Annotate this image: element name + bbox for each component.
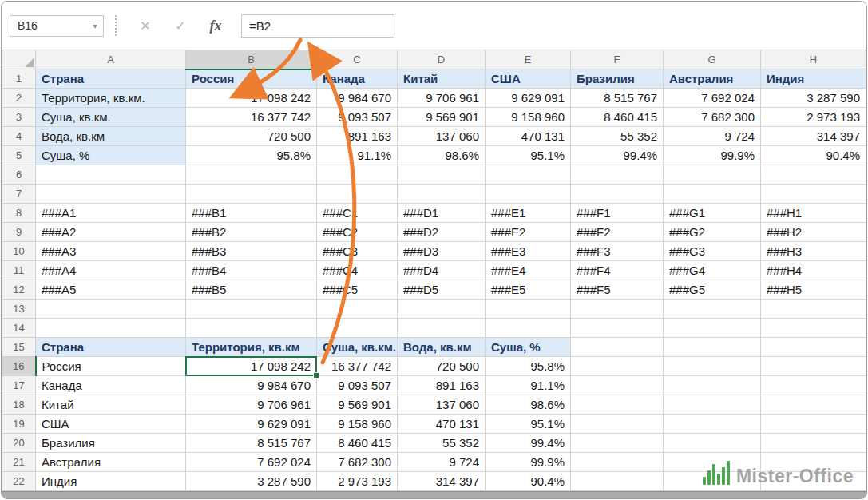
- cell-E11[interactable]: ###E4: [486, 261, 571, 280]
- cell-B4[interactable]: 720 500: [186, 127, 317, 146]
- cell-C17[interactable]: 9 093 507: [317, 376, 398, 395]
- cell-H5[interactable]: 90.4%: [761, 146, 866, 165]
- cell-D2[interactable]: 9 706 961: [398, 89, 486, 108]
- column-header-A[interactable]: A: [36, 50, 186, 69]
- cell-C12[interactable]: ###C5: [317, 280, 398, 300]
- cell-A10[interactable]: ###A3: [36, 242, 186, 261]
- row-header-4[interactable]: 4: [2, 127, 36, 146]
- cell-F10[interactable]: ###F3: [571, 242, 664, 261]
- cell-G13[interactable]: [664, 300, 761, 319]
- formula-enter-icon[interactable]: ✓: [163, 18, 198, 34]
- cell-D1[interactable]: Китай: [398, 69, 486, 89]
- row-header-22[interactable]: 22: [2, 472, 36, 491]
- cell-A12[interactable]: ###A5: [36, 280, 186, 300]
- cell-F12[interactable]: ###F5: [571, 280, 664, 300]
- cell-H17[interactable]: [761, 376, 866, 395]
- cell-D4[interactable]: 137 060: [398, 127, 486, 146]
- cell-D8[interactable]: ###D1: [398, 204, 486, 223]
- cell-F19[interactable]: [571, 415, 664, 434]
- row-header-17[interactable]: 17: [2, 376, 36, 395]
- cell-G4[interactable]: 9 724: [664, 127, 761, 146]
- cell-B6[interactable]: [186, 165, 317, 185]
- row-header-13[interactable]: 13: [2, 300, 36, 319]
- cell-E2[interactable]: 9 629 091: [486, 89, 571, 108]
- cell-H20[interactable]: [761, 434, 866, 453]
- column-header-F[interactable]: F: [571, 50, 664, 69]
- cell-B17[interactable]: 9 984 670: [186, 376, 317, 395]
- cell-A19[interactable]: США: [36, 415, 186, 434]
- cell-C22[interactable]: 2 973 193: [317, 472, 398, 491]
- cell-F22[interactable]: [571, 472, 664, 491]
- cell-A6[interactable]: [36, 165, 186, 185]
- cell-G12[interactable]: ###G5: [664, 280, 761, 300]
- cell-G20[interactable]: [664, 434, 761, 453]
- cell-F2[interactable]: 8 515 767: [571, 89, 664, 108]
- row-header-12[interactable]: 12: [2, 280, 36, 300]
- cell-D6[interactable]: [398, 165, 486, 185]
- cell-D5[interactable]: 98.6%: [398, 146, 486, 165]
- cell-B22[interactable]: 3 287 590: [186, 472, 317, 491]
- cell-E4[interactable]: 470 131: [486, 127, 571, 146]
- cell-A2[interactable]: Территория, кв.км.: [36, 89, 186, 108]
- cell-G16[interactable]: [664, 357, 761, 376]
- cell-A14[interactable]: [36, 319, 186, 338]
- cell-F6[interactable]: [571, 165, 664, 185]
- cell-B5[interactable]: 95.8%: [186, 146, 317, 165]
- cell-H12[interactable]: ###H5: [761, 280, 866, 300]
- cell-E16[interactable]: 95.8%: [486, 357, 571, 376]
- cell-H14[interactable]: [761, 319, 866, 338]
- row-header-15[interactable]: 15: [2, 338, 36, 357]
- cell-A8[interactable]: ###A1: [36, 204, 186, 223]
- cell-B20[interactable]: 8 515 767: [186, 434, 317, 453]
- cell-B21[interactable]: 7 692 024: [186, 453, 317, 472]
- cell-A22[interactable]: Индия: [36, 472, 186, 491]
- cell-F3[interactable]: 8 460 415: [571, 108, 664, 127]
- cell-G5[interactable]: 99.9%: [664, 146, 761, 165]
- cell-H11[interactable]: ###H4: [761, 261, 866, 280]
- row-header-20[interactable]: 20: [2, 434, 36, 453]
- cell-C7[interactable]: [317, 185, 398, 204]
- cell-F1[interactable]: Бразилия: [571, 69, 664, 89]
- cell-D9[interactable]: ###D2: [398, 223, 486, 242]
- cell-H9[interactable]: ###H2: [761, 223, 866, 242]
- cell-B9[interactable]: ###B2: [186, 223, 317, 242]
- cell-C4[interactable]: 891 163: [317, 127, 398, 146]
- cell-E15[interactable]: Суша, %: [486, 338, 571, 357]
- cell-D3[interactable]: 9 569 901: [398, 108, 486, 127]
- cell-H3[interactable]: 2 973 193: [761, 108, 866, 127]
- cell-D17[interactable]: 891 163: [398, 376, 486, 395]
- row-header-1[interactable]: 1: [2, 69, 36, 89]
- cell-D19[interactable]: 470 131: [398, 415, 486, 434]
- cell-H13[interactable]: [761, 300, 866, 319]
- cell-H8[interactable]: ###H1: [761, 204, 866, 223]
- cell-G8[interactable]: ###G1: [664, 204, 761, 223]
- cell-A5[interactable]: Суша, %: [36, 146, 186, 165]
- cell-G19[interactable]: [664, 415, 761, 434]
- cell-A16[interactable]: Россия: [36, 357, 186, 376]
- cell-C8[interactable]: ###C1: [317, 204, 398, 223]
- cell-B7[interactable]: [186, 185, 317, 204]
- cell-E9[interactable]: ###E2: [486, 223, 571, 242]
- cell-G9[interactable]: ###G2: [664, 223, 761, 242]
- cell-G18[interactable]: [664, 395, 761, 415]
- select-all-corner[interactable]: [2, 50, 36, 69]
- cell-E10[interactable]: ###E3: [486, 242, 571, 261]
- cell-C18[interactable]: 9 569 901: [317, 395, 398, 415]
- cell-E7[interactable]: [486, 185, 571, 204]
- cell-C14[interactable]: [317, 319, 398, 338]
- cell-C21[interactable]: 7 682 300: [317, 453, 398, 472]
- cell-E6[interactable]: [486, 165, 571, 185]
- column-header-H[interactable]: H: [761, 50, 866, 69]
- row-header-10[interactable]: 10: [2, 242, 36, 261]
- cell-A17[interactable]: Канада: [36, 376, 186, 395]
- cell-F5[interactable]: 99.4%: [571, 146, 664, 165]
- cell-G10[interactable]: ###G3: [664, 242, 761, 261]
- cell-E18[interactable]: 98.6%: [486, 395, 571, 415]
- cell-F20[interactable]: [571, 434, 664, 453]
- cell-C16[interactable]: 16 377 742: [317, 357, 398, 376]
- insert-function-icon[interactable]: fx: [198, 18, 233, 34]
- cell-C1[interactable]: Канада: [317, 69, 398, 89]
- cell-F8[interactable]: ###F1: [571, 204, 664, 223]
- cell-H1[interactable]: Индия: [761, 69, 866, 89]
- cell-D7[interactable]: [398, 185, 486, 204]
